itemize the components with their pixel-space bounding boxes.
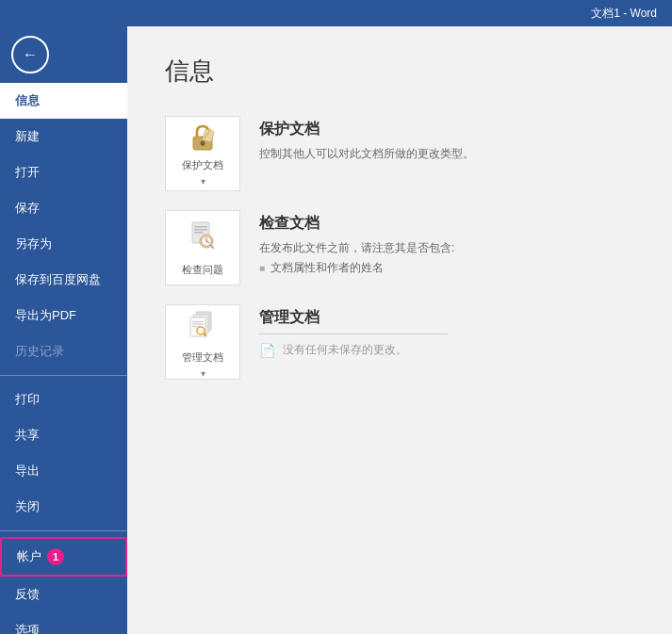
- manage-icon-label: 管理文档: [182, 350, 223, 365]
- svg-line-13: [211, 246, 214, 249]
- inspect-bullet-icon: ■: [259, 263, 265, 273]
- sidebar-item-save[interactable]: 保存: [0, 190, 127, 226]
- svg-rect-17: [192, 321, 204, 322]
- sidebar-item-new[interactable]: 新建: [0, 119, 127, 154]
- sidebar: ← 信息 新建 打开 保存 另存为 保存到百度网盘 导出为PDF: [0, 26, 127, 634]
- svg-rect-6: [194, 226, 207, 228]
- inspect-desc-text: 文档属性和作者的姓名: [270, 260, 384, 276]
- svg-rect-18: [192, 323, 204, 324]
- inspect-icon: [186, 219, 220, 259]
- sidebar-item-print[interactable]: 打印: [0, 382, 127, 417]
- sidebar-item-info[interactable]: 信息: [0, 83, 127, 119]
- sidebar-divider-bottom: [0, 530, 127, 531]
- manage-separator: [259, 333, 448, 334]
- sidebar-item-export[interactable]: 导出: [0, 453, 127, 489]
- manage-doc-icon: 📄: [259, 343, 275, 358]
- manage-desc-manage: 📄 没有任何未保存的更改。: [259, 342, 448, 358]
- sidebar-divider-top: [0, 375, 127, 376]
- inspect-desc-item: ■ 文档属性和作者的姓名: [259, 260, 454, 276]
- manage-card-content: 管理文档 📄 没有任何未保存的更改。: [259, 304, 448, 358]
- main-layout: ← 信息 新建 打开 保存 另存为 保存到百度网盘 导出为PDF: [0, 26, 672, 634]
- sidebar-item-savebaiducloud[interactable]: 保存到百度网盘: [0, 262, 127, 298]
- protect-dropdown-arrow: ▾: [201, 176, 205, 187]
- sidebar-item-history: 历史记录: [0, 333, 127, 369]
- protect-icon: [186, 121, 220, 154]
- manage-card-title: 管理文档: [259, 308, 448, 328]
- protect-card-title: 保护文档: [259, 120, 474, 139]
- protect-icon-label: 保护文档: [182, 158, 223, 172]
- sidebar-item-open[interactable]: 打开: [0, 154, 127, 190]
- inspect-icon-box[interactable]: 检查问题: [165, 210, 240, 285]
- account-label-group: 帐户 1: [17, 548, 110, 565]
- manage-dropdown-arrow: ▾: [201, 368, 205, 379]
- account-badge: 1: [47, 548, 64, 565]
- sidebar-item-options[interactable]: 选项: [0, 612, 127, 634]
- sidebar-bottom: 帐户 1 反馈 选项: [0, 525, 127, 634]
- svg-rect-2: [202, 143, 204, 146]
- protect-card-content: 保护文档 控制其他人可以对此文档所做的更改类型。: [259, 116, 474, 162]
- protect-card-desc: 控制其他人可以对此文档所做的更改类型。: [259, 145, 474, 162]
- inspect-card-desc: 在发布此文件之前，请注意其是否包含:: [259, 239, 454, 256]
- back-arrow-icon: ←: [23, 46, 38, 63]
- inspect-card-title: 检查文档: [259, 214, 454, 234]
- manage-icon-box[interactable]: 管理文档 ▾: [165, 304, 240, 380]
- protect-card: 保护文档 ▾ 保护文档 控制其他人可以对此文档所做的更改类型。: [165, 116, 634, 191]
- back-button[interactable]: ←: [11, 36, 49, 73]
- page-title: 信息: [165, 55, 634, 88]
- content-area: 信息: [127, 26, 672, 634]
- sidebar-item-feedback[interactable]: 反馈: [0, 577, 127, 612]
- title-bar-text: 文档1 - Word: [591, 6, 657, 22]
- svg-rect-7: [194, 229, 207, 231]
- protect-icon-box[interactable]: 保护文档 ▾: [165, 116, 240, 191]
- inspect-card-content: 检查文档 在发布此文件之前，请注意其是否包含: ■ 文档属性和作者的姓名: [259, 210, 454, 276]
- sidebar-item-close[interactable]: 关闭: [0, 489, 127, 525]
- sidebar-item-exportpdf[interactable]: 导出为PDF: [0, 298, 127, 333]
- sidebar-nav: 信息 新建 打开 保存 另存为 保存到百度网盘 导出为PDF 历史记录: [0, 83, 127, 634]
- manage-text: 没有任何未保存的更改。: [283, 342, 407, 358]
- inspect-icon-label: 检查问题: [182, 263, 223, 277]
- inspect-card: 检查问题 检查文档 在发布此文件之前，请注意其是否包含: ■ 文档属性和作者的姓…: [165, 210, 634, 285]
- manage-icon: [186, 306, 220, 347]
- sidebar-item-saveas[interactable]: 另存为: [0, 226, 127, 262]
- sidebar-item-account[interactable]: 帐户 1: [0, 537, 127, 577]
- title-bar: 文档1 - Word: [0, 0, 672, 26]
- manage-card: 管理文档 ▾ 管理文档 📄 没有任何未保存的更改。: [165, 304, 634, 380]
- sidebar-item-share[interactable]: 共享: [0, 417, 127, 453]
- info-cards: 保护文档 ▾ 保护文档 控制其他人可以对此文档所做的更改类型。: [165, 116, 634, 380]
- svg-rect-8: [194, 232, 204, 234]
